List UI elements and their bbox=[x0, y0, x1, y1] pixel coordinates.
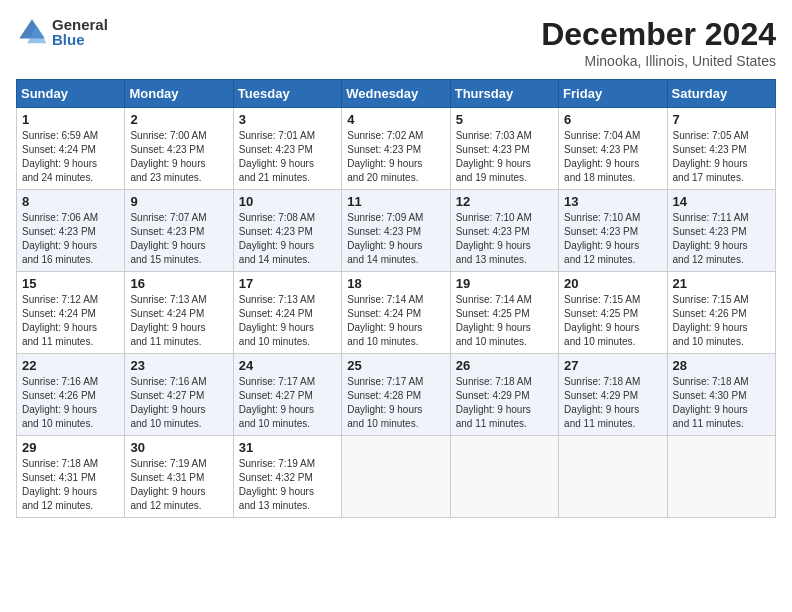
calendar-cell: 10Sunrise: 7:08 AMSunset: 4:23 PMDayligh… bbox=[233, 190, 341, 272]
calendar-cell: 7Sunrise: 7:05 AMSunset: 4:23 PMDaylight… bbox=[667, 108, 775, 190]
day-number: 22 bbox=[22, 358, 119, 373]
calendar-week-row: 29Sunrise: 7:18 AMSunset: 4:31 PMDayligh… bbox=[17, 436, 776, 518]
day-number: 6 bbox=[564, 112, 661, 127]
day-number: 10 bbox=[239, 194, 336, 209]
cell-info: Sunrise: 7:00 AMSunset: 4:23 PMDaylight:… bbox=[130, 129, 227, 185]
calendar-cell: 18Sunrise: 7:14 AMSunset: 4:24 PMDayligh… bbox=[342, 272, 450, 354]
calendar-cell: 14Sunrise: 7:11 AMSunset: 4:23 PMDayligh… bbox=[667, 190, 775, 272]
calendar-cell: 21Sunrise: 7:15 AMSunset: 4:26 PMDayligh… bbox=[667, 272, 775, 354]
location-text: Minooka, Illinois, United States bbox=[541, 53, 776, 69]
cell-info: Sunrise: 7:03 AMSunset: 4:23 PMDaylight:… bbox=[456, 129, 553, 185]
weekday-header-friday: Friday bbox=[559, 80, 667, 108]
calendar-cell: 30Sunrise: 7:19 AMSunset: 4:31 PMDayligh… bbox=[125, 436, 233, 518]
cell-info: Sunrise: 7:19 AMSunset: 4:31 PMDaylight:… bbox=[130, 457, 227, 513]
weekday-header-wednesday: Wednesday bbox=[342, 80, 450, 108]
calendar-cell: 13Sunrise: 7:10 AMSunset: 4:23 PMDayligh… bbox=[559, 190, 667, 272]
day-number: 1 bbox=[22, 112, 119, 127]
day-number: 14 bbox=[673, 194, 770, 209]
calendar-cell: 17Sunrise: 7:13 AMSunset: 4:24 PMDayligh… bbox=[233, 272, 341, 354]
day-number: 30 bbox=[130, 440, 227, 455]
calendar-cell: 1Sunrise: 6:59 AMSunset: 4:24 PMDaylight… bbox=[17, 108, 125, 190]
cell-info: Sunrise: 7:18 AMSunset: 4:31 PMDaylight:… bbox=[22, 457, 119, 513]
logo: General Blue bbox=[16, 16, 108, 48]
day-number: 25 bbox=[347, 358, 444, 373]
logo-text: General Blue bbox=[52, 17, 108, 47]
calendar-week-row: 1Sunrise: 6:59 AMSunset: 4:24 PMDaylight… bbox=[17, 108, 776, 190]
calendar-cell bbox=[450, 436, 558, 518]
day-number: 12 bbox=[456, 194, 553, 209]
calendar-cell: 4Sunrise: 7:02 AMSunset: 4:23 PMDaylight… bbox=[342, 108, 450, 190]
cell-info: Sunrise: 7:07 AMSunset: 4:23 PMDaylight:… bbox=[130, 211, 227, 267]
logo-icon bbox=[16, 16, 48, 48]
cell-info: Sunrise: 7:17 AMSunset: 4:28 PMDaylight:… bbox=[347, 375, 444, 431]
day-number: 27 bbox=[564, 358, 661, 373]
day-number: 23 bbox=[130, 358, 227, 373]
day-number: 9 bbox=[130, 194, 227, 209]
calendar-cell: 20Sunrise: 7:15 AMSunset: 4:25 PMDayligh… bbox=[559, 272, 667, 354]
day-number: 17 bbox=[239, 276, 336, 291]
calendar-cell: 29Sunrise: 7:18 AMSunset: 4:31 PMDayligh… bbox=[17, 436, 125, 518]
cell-info: Sunrise: 7:16 AMSunset: 4:27 PMDaylight:… bbox=[130, 375, 227, 431]
calendar-cell: 31Sunrise: 7:19 AMSunset: 4:32 PMDayligh… bbox=[233, 436, 341, 518]
day-number: 31 bbox=[239, 440, 336, 455]
calendar-cell: 25Sunrise: 7:17 AMSunset: 4:28 PMDayligh… bbox=[342, 354, 450, 436]
calendar-week-row: 15Sunrise: 7:12 AMSunset: 4:24 PMDayligh… bbox=[17, 272, 776, 354]
calendar-cell: 23Sunrise: 7:16 AMSunset: 4:27 PMDayligh… bbox=[125, 354, 233, 436]
weekday-header-monday: Monday bbox=[125, 80, 233, 108]
calendar-cell: 12Sunrise: 7:10 AMSunset: 4:23 PMDayligh… bbox=[450, 190, 558, 272]
cell-info: Sunrise: 7:05 AMSunset: 4:23 PMDaylight:… bbox=[673, 129, 770, 185]
day-number: 5 bbox=[456, 112, 553, 127]
cell-info: Sunrise: 7:18 AMSunset: 4:30 PMDaylight:… bbox=[673, 375, 770, 431]
day-number: 13 bbox=[564, 194, 661, 209]
day-number: 21 bbox=[673, 276, 770, 291]
day-number: 29 bbox=[22, 440, 119, 455]
calendar-week-row: 22Sunrise: 7:16 AMSunset: 4:26 PMDayligh… bbox=[17, 354, 776, 436]
day-number: 26 bbox=[456, 358, 553, 373]
calendar-cell: 28Sunrise: 7:18 AMSunset: 4:30 PMDayligh… bbox=[667, 354, 775, 436]
cell-info: Sunrise: 7:14 AMSunset: 4:25 PMDaylight:… bbox=[456, 293, 553, 349]
cell-info: Sunrise: 7:02 AMSunset: 4:23 PMDaylight:… bbox=[347, 129, 444, 185]
day-number: 18 bbox=[347, 276, 444, 291]
calendar-cell: 24Sunrise: 7:17 AMSunset: 4:27 PMDayligh… bbox=[233, 354, 341, 436]
cell-info: Sunrise: 7:18 AMSunset: 4:29 PMDaylight:… bbox=[564, 375, 661, 431]
cell-info: Sunrise: 7:11 AMSunset: 4:23 PMDaylight:… bbox=[673, 211, 770, 267]
cell-info: Sunrise: 7:13 AMSunset: 4:24 PMDaylight:… bbox=[239, 293, 336, 349]
calendar-cell bbox=[667, 436, 775, 518]
calendar-table: SundayMondayTuesdayWednesdayThursdayFrid… bbox=[16, 79, 776, 518]
logo-blue-text: Blue bbox=[52, 32, 108, 47]
day-number: 28 bbox=[673, 358, 770, 373]
calendar-cell: 15Sunrise: 7:12 AMSunset: 4:24 PMDayligh… bbox=[17, 272, 125, 354]
calendar-cell: 8Sunrise: 7:06 AMSunset: 4:23 PMDaylight… bbox=[17, 190, 125, 272]
calendar-cell: 16Sunrise: 7:13 AMSunset: 4:24 PMDayligh… bbox=[125, 272, 233, 354]
cell-info: Sunrise: 7:15 AMSunset: 4:25 PMDaylight:… bbox=[564, 293, 661, 349]
calendar-cell bbox=[342, 436, 450, 518]
cell-info: Sunrise: 7:15 AMSunset: 4:26 PMDaylight:… bbox=[673, 293, 770, 349]
weekday-header-saturday: Saturday bbox=[667, 80, 775, 108]
cell-info: Sunrise: 7:13 AMSunset: 4:24 PMDaylight:… bbox=[130, 293, 227, 349]
calendar-cell: 2Sunrise: 7:00 AMSunset: 4:23 PMDaylight… bbox=[125, 108, 233, 190]
day-number: 11 bbox=[347, 194, 444, 209]
cell-info: Sunrise: 7:08 AMSunset: 4:23 PMDaylight:… bbox=[239, 211, 336, 267]
day-number: 15 bbox=[22, 276, 119, 291]
cell-info: Sunrise: 7:19 AMSunset: 4:32 PMDaylight:… bbox=[239, 457, 336, 513]
cell-info: Sunrise: 7:12 AMSunset: 4:24 PMDaylight:… bbox=[22, 293, 119, 349]
day-number: 2 bbox=[130, 112, 227, 127]
day-number: 8 bbox=[22, 194, 119, 209]
day-number: 4 bbox=[347, 112, 444, 127]
cell-info: Sunrise: 7:10 AMSunset: 4:23 PMDaylight:… bbox=[456, 211, 553, 267]
weekday-header-tuesday: Tuesday bbox=[233, 80, 341, 108]
cell-info: Sunrise: 7:10 AMSunset: 4:23 PMDaylight:… bbox=[564, 211, 661, 267]
cell-info: Sunrise: 7:01 AMSunset: 4:23 PMDaylight:… bbox=[239, 129, 336, 185]
cell-info: Sunrise: 7:09 AMSunset: 4:23 PMDaylight:… bbox=[347, 211, 444, 267]
calendar-header-row: SundayMondayTuesdayWednesdayThursdayFrid… bbox=[17, 80, 776, 108]
calendar-cell: 22Sunrise: 7:16 AMSunset: 4:26 PMDayligh… bbox=[17, 354, 125, 436]
calendar-cell: 27Sunrise: 7:18 AMSunset: 4:29 PMDayligh… bbox=[559, 354, 667, 436]
calendar-cell: 19Sunrise: 7:14 AMSunset: 4:25 PMDayligh… bbox=[450, 272, 558, 354]
logo-general-text: General bbox=[52, 17, 108, 32]
day-number: 20 bbox=[564, 276, 661, 291]
month-title: December 2024 bbox=[541, 16, 776, 53]
cell-info: Sunrise: 7:14 AMSunset: 4:24 PMDaylight:… bbox=[347, 293, 444, 349]
cell-info: Sunrise: 6:59 AMSunset: 4:24 PMDaylight:… bbox=[22, 129, 119, 185]
page-header: General Blue December 2024 Minooka, Illi… bbox=[16, 16, 776, 69]
weekday-header-thursday: Thursday bbox=[450, 80, 558, 108]
